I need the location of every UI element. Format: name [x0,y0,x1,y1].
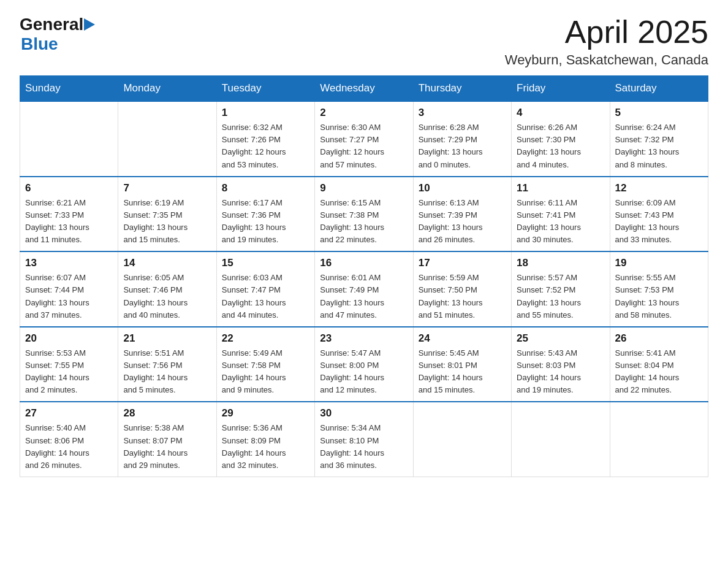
calendar-cell [118,101,216,177]
calendar-cell: 10Sunrise: 6:13 AM Sunset: 7:39 PM Dayli… [413,177,511,252]
calendar-cell: 27Sunrise: 5:40 AM Sunset: 8:06 PM Dayli… [20,402,118,477]
day-number: 29 [222,407,309,419]
calendar-header-friday: Friday [512,76,610,102]
calendar-header-row: SundayMondayTuesdayWednesdayThursdayFrid… [20,76,708,102]
day-info: Sunrise: 5:47 AM Sunset: 8:00 PM Dayligh… [320,347,408,397]
day-number: 28 [123,407,211,419]
calendar-cell: 2Sunrise: 6:30 AM Sunset: 7:27 PM Daylig… [315,101,413,177]
calendar-cell [20,101,118,177]
day-number: 20 [25,332,113,345]
day-info: Sunrise: 5:57 AM Sunset: 7:52 PM Dayligh… [517,272,604,321]
day-info: Sunrise: 6:26 AM Sunset: 7:30 PM Dayligh… [517,121,604,171]
calendar-cell: 16Sunrise: 6:01 AM Sunset: 7:49 PM Dayli… [315,251,413,327]
logo-general-text: General [20,15,83,34]
day-info: Sunrise: 5:40 AM Sunset: 8:06 PM Dayligh… [25,422,113,472]
calendar-cell: 15Sunrise: 6:03 AM Sunset: 7:47 PM Dayli… [216,251,314,327]
calendar-header-tuesday: Tuesday [216,76,314,102]
day-info: Sunrise: 5:38 AM Sunset: 8:07 PM Dayligh… [123,422,211,472]
day-number: 6 [25,182,113,194]
day-info: Sunrise: 5:43 AM Sunset: 8:03 PM Dayligh… [517,347,604,397]
calendar-cell: 8Sunrise: 6:17 AM Sunset: 7:36 PM Daylig… [216,177,314,252]
calendar-cell: 23Sunrise: 5:47 AM Sunset: 8:00 PM Dayli… [315,327,413,402]
calendar-cell: 7Sunrise: 6:19 AM Sunset: 7:35 PM Daylig… [118,177,216,252]
logo-triangle-icon [84,16,96,33]
day-number: 23 [320,332,408,345]
day-info: Sunrise: 6:21 AM Sunset: 7:33 PM Dayligh… [25,197,113,247]
day-number: 24 [419,332,506,345]
day-info: Sunrise: 5:34 AM Sunset: 8:10 PM Dayligh… [320,422,408,472]
calendar-cell: 28Sunrise: 5:38 AM Sunset: 8:07 PM Dayli… [118,402,216,477]
day-info: Sunrise: 5:55 AM Sunset: 7:53 PM Dayligh… [615,272,703,321]
calendar-header-sunday: Sunday [20,76,118,102]
calendar-cell [413,402,511,477]
svg-marker-0 [84,18,95,31]
calendar-header-saturday: Saturday [610,76,708,102]
calendar-cell: 13Sunrise: 6:07 AM Sunset: 7:44 PM Dayli… [20,251,118,327]
calendar-table: SundayMondayTuesdayWednesdayThursdayFrid… [20,75,708,477]
day-number: 11 [517,182,604,194]
day-info: Sunrise: 5:45 AM Sunset: 8:01 PM Dayligh… [419,347,506,397]
day-info: Sunrise: 5:49 AM Sunset: 7:58 PM Dayligh… [222,347,309,397]
day-number: 1 [222,107,309,119]
day-number: 21 [123,332,211,345]
calendar-header-wednesday: Wednesday [315,76,413,102]
calendar-header-monday: Monday [118,76,216,102]
calendar-cell: 1Sunrise: 6:32 AM Sunset: 7:26 PM Daylig… [216,101,314,177]
day-info: Sunrise: 6:17 AM Sunset: 7:36 PM Dayligh… [222,197,309,247]
calendar-cell: 29Sunrise: 5:36 AM Sunset: 8:09 PM Dayli… [216,402,314,477]
calendar-cell: 12Sunrise: 6:09 AM Sunset: 7:43 PM Dayli… [610,177,708,252]
day-number: 18 [517,257,604,269]
day-info: Sunrise: 6:11 AM Sunset: 7:41 PM Dayligh… [517,197,604,247]
calendar-cell [512,402,610,477]
calendar-cell: 9Sunrise: 6:15 AM Sunset: 7:38 PM Daylig… [315,177,413,252]
calendar-cell: 22Sunrise: 5:49 AM Sunset: 7:58 PM Dayli… [216,327,314,402]
calendar-cell: 14Sunrise: 6:05 AM Sunset: 7:46 PM Dayli… [118,251,216,327]
day-number: 13 [25,257,113,269]
day-number: 12 [615,182,703,194]
location-subtitle: Weyburn, Saskatchewan, Canada [505,52,708,68]
calendar-cell: 24Sunrise: 5:45 AM Sunset: 8:01 PM Dayli… [413,327,511,402]
day-info: Sunrise: 5:51 AM Sunset: 7:56 PM Dayligh… [123,347,211,397]
calendar-cell: 21Sunrise: 5:51 AM Sunset: 7:56 PM Dayli… [118,327,216,402]
day-number: 2 [320,107,408,119]
calendar-cell: 5Sunrise: 6:24 AM Sunset: 7:32 PM Daylig… [610,101,708,177]
day-info: Sunrise: 5:36 AM Sunset: 8:09 PM Dayligh… [222,422,309,472]
day-number: 7 [123,182,211,194]
calendar-cell: 19Sunrise: 5:55 AM Sunset: 7:53 PM Dayli… [610,251,708,327]
logo-blue-text: Blue [21,34,58,53]
calendar-cell: 20Sunrise: 5:53 AM Sunset: 7:55 PM Dayli… [20,327,118,402]
calendar-week-row: 20Sunrise: 5:53 AM Sunset: 7:55 PM Dayli… [20,327,708,402]
day-info: Sunrise: 6:32 AM Sunset: 7:26 PM Dayligh… [222,121,309,171]
day-number: 8 [222,182,309,194]
day-number: 4 [517,107,604,119]
day-number: 3 [419,107,506,119]
day-number: 27 [25,407,113,419]
calendar-week-row: 6Sunrise: 6:21 AM Sunset: 7:33 PM Daylig… [20,177,708,252]
day-info: Sunrise: 6:28 AM Sunset: 7:29 PM Dayligh… [419,121,506,171]
calendar-cell: 11Sunrise: 6:11 AM Sunset: 7:41 PM Dayli… [512,177,610,252]
day-info: Sunrise: 5:41 AM Sunset: 8:04 PM Dayligh… [615,347,703,397]
page-header: General Blue April 2025 Weyburn, Saskatc… [20,15,708,68]
day-number: 5 [615,107,703,119]
day-number: 16 [320,257,408,269]
day-info: Sunrise: 6:03 AM Sunset: 7:47 PM Dayligh… [222,272,309,321]
day-info: Sunrise: 6:24 AM Sunset: 7:32 PM Dayligh… [615,121,703,171]
title-section: April 2025 Weyburn, Saskatchewan, Canada [505,15,708,68]
calendar-week-row: 13Sunrise: 6:07 AM Sunset: 7:44 PM Dayli… [20,251,708,327]
calendar-cell: 18Sunrise: 5:57 AM Sunset: 7:52 PM Dayli… [512,251,610,327]
calendar-cell: 25Sunrise: 5:43 AM Sunset: 8:03 PM Dayli… [512,327,610,402]
day-number: 14 [123,257,211,269]
day-info: Sunrise: 6:07 AM Sunset: 7:44 PM Dayligh… [25,272,113,321]
day-number: 25 [517,332,604,345]
day-info: Sunrise: 5:59 AM Sunset: 7:50 PM Dayligh… [419,272,506,321]
logo: General Blue [20,15,96,54]
day-number: 17 [419,257,506,269]
day-info: Sunrise: 6:01 AM Sunset: 7:49 PM Dayligh… [320,272,408,321]
calendar-cell: 6Sunrise: 6:21 AM Sunset: 7:33 PM Daylig… [20,177,118,252]
day-info: Sunrise: 6:15 AM Sunset: 7:38 PM Dayligh… [320,197,408,247]
calendar-cell: 4Sunrise: 6:26 AM Sunset: 7:30 PM Daylig… [512,101,610,177]
day-number: 9 [320,182,408,194]
day-info: Sunrise: 6:30 AM Sunset: 7:27 PM Dayligh… [320,121,408,171]
day-info: Sunrise: 6:05 AM Sunset: 7:46 PM Dayligh… [123,272,211,321]
day-info: Sunrise: 6:13 AM Sunset: 7:39 PM Dayligh… [419,197,506,247]
